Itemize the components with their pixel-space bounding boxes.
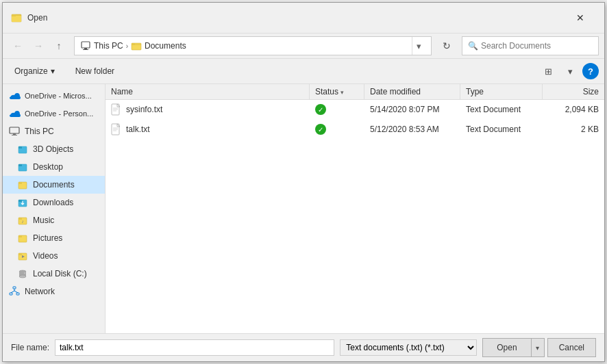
svg-rect-33 (16, 293, 19, 295)
view-button[interactable]: ⊞ (538, 62, 558, 81)
this-pc-icon (8, 125, 21, 138)
up-button[interactable]: ↑ (49, 36, 69, 55)
sidebar-label-this-pc: This PC (25, 127, 54, 136)
sidebar-label-onedrive-person: OneDrive - Person... (25, 109, 93, 118)
bottom-buttons: Open ▾ Cancel (482, 338, 596, 357)
sidebar-item-onedrive-micro[interactable]: OneDrive - Micros... (3, 87, 105, 105)
svg-rect-16 (18, 182, 22, 184)
svg-rect-5 (83, 49, 88, 50)
view-dropdown-button[interactable]: ▾ (560, 62, 580, 81)
sidebar-item-3d-objects[interactable]: 3D Objects (3, 140, 105, 158)
address-documents: Documents (145, 41, 186, 51)
file-cell-status-sysinfo: ✓ (310, 103, 364, 116)
file-list: sysinfo.txt ✓ 5/14/2020 8:07 PM Text Doc… (106, 100, 604, 333)
col-header-type[interactable]: Type (460, 84, 543, 99)
col-name-label: Name (111, 87, 133, 96)
local-disk-icon (16, 268, 29, 280)
svg-rect-3 (82, 42, 90, 48)
open-dialog: Open ✕ ← → ↑ This PC › Documents ▾ ↻ 🔍 (2, 2, 605, 362)
svg-line-35 (11, 291, 14, 293)
file-cell-name-talk: talk.txt (106, 122, 310, 137)
col-size-label: Size (583, 87, 599, 96)
svg-line-36 (14, 291, 18, 293)
svg-rect-4 (84, 48, 87, 49)
sidebar-label-documents: Documents (33, 180, 75, 190)
sidebar-label-3d-objects: 3D Objects (33, 144, 73, 154)
sidebar-label-videos: Videos (33, 251, 58, 261)
file-name-input[interactable] (55, 339, 334, 356)
search-input[interactable] (481, 41, 593, 51)
dialog-title: Open (27, 13, 47, 23)
svg-rect-2 (12, 14, 16, 16)
col-header-size[interactable]: Size (543, 84, 604, 99)
file-cell-date-talk: 5/12/2020 8:53 AM (364, 123, 460, 135)
txt-file-icon-2 (111, 123, 122, 135)
title-bar: Open ✕ (3, 3, 604, 34)
file-type-select[interactable]: Text documents (.txt) (*.txt) (340, 339, 477, 356)
open-button[interactable]: Open (482, 338, 530, 357)
cancel-button[interactable]: Cancel (547, 338, 596, 357)
synced-icon-sysinfo: ✓ (315, 104, 326, 115)
sidebar-item-music[interactable]: ♪ Music (3, 211, 105, 229)
svg-rect-32 (10, 293, 12, 295)
sidebar-label-music: Music (33, 216, 54, 225)
file-cell-name-sysinfo: sysinfo.txt (106, 102, 310, 117)
svg-rect-7 (132, 43, 135, 45)
sidebar-item-network[interactable]: Network (3, 283, 105, 300)
computer-icon (80, 40, 91, 51)
svg-rect-14 (18, 164, 22, 166)
sidebar-item-pictures[interactable]: Pictures (3, 229, 105, 247)
col-header-date[interactable]: Date modified (364, 84, 460, 99)
onedrive-icon (8, 90, 21, 102)
new-folder-button[interactable]: New folder (69, 64, 121, 79)
nav-buttons: ← → ↑ (8, 36, 69, 55)
svg-rect-31 (13, 287, 16, 289)
svg-text:♪: ♪ (21, 219, 24, 224)
svg-point-30 (24, 273, 25, 274)
new-folder-label: New folder (75, 66, 114, 76)
svg-rect-23 (18, 235, 22, 237)
file-cell-size-sysinfo: 2,094 KB (543, 103, 604, 116)
refresh-button[interactable]: ↻ (437, 36, 456, 55)
downloads-icon (16, 196, 29, 209)
svg-rect-10 (12, 135, 17, 135)
address-toolbar: ← → ↑ This PC › Documents ▾ ↻ 🔍 (3, 34, 604, 59)
table-row[interactable]: talk.txt ✓ 5/12/2020 8:53 AM Text Docume… (106, 120, 604, 140)
title-bar-left: Open (11, 12, 47, 23)
back-button[interactable]: ← (8, 36, 27, 55)
sidebar-item-documents[interactable]: Documents (3, 176, 105, 194)
address-bar[interactable]: This PC › Documents ▾ (74, 36, 432, 55)
sidebar-label-network: Network (25, 287, 55, 296)
videos-icon (16, 250, 29, 262)
table-row[interactable]: sysinfo.txt ✓ 5/14/2020 8:07 PM Text Doc… (106, 100, 604, 120)
search-bar[interactable]: 🔍 (462, 36, 599, 55)
sidebar-item-local-disk[interactable]: Local Disk (C:) (3, 265, 105, 283)
sidebar-item-onedrive-person[interactable]: OneDrive - Person... (3, 105, 105, 122)
file-cell-type-sysinfo: Text Document (460, 103, 543, 116)
address-path: This PC › Documents (80, 40, 409, 51)
col-header-name[interactable]: Name (106, 84, 310, 99)
col-header-status[interactable]: Status ▾ (310, 84, 364, 99)
sidebar-label-onedrive-micro: OneDrive - Micros... (25, 92, 92, 100)
onedrive-person-icon (8, 107, 21, 120)
file-cell-status-talk: ✓ (310, 122, 364, 136)
address-dropdown-button[interactable]: ▾ (412, 37, 425, 55)
sidebar-item-videos[interactable]: Videos (3, 247, 105, 265)
toolbar2-right: ⊞ ▾ ? (538, 62, 599, 81)
file-name-talk: talk.txt (126, 125, 150, 134)
synced-icon-talk: ✓ (315, 124, 326, 135)
organize-label: Organize (14, 66, 48, 76)
organize-button[interactable]: Organize ▾ (8, 64, 61, 79)
sidebar-item-downloads[interactable]: Downloads (3, 194, 105, 211)
sidebar-item-this-pc[interactable]: This PC (3, 122, 105, 140)
file-name-label: File name: (11, 343, 49, 352)
close-button[interactable]: ✕ (565, 8, 596, 27)
main-panel: Name Status ▾ Date modified Type Size (106, 84, 604, 333)
open-dropdown-button[interactable]: ▾ (531, 338, 545, 357)
sidebar-item-desktop[interactable]: Desktop (3, 158, 105, 176)
folder-icon-addr (131, 40, 142, 51)
file-cell-size-talk: 2 KB (543, 123, 604, 135)
help-button[interactable]: ? (582, 63, 599, 79)
forward-button[interactable]: → (29, 36, 48, 55)
file-cell-type-talk: Text Document (460, 123, 543, 135)
